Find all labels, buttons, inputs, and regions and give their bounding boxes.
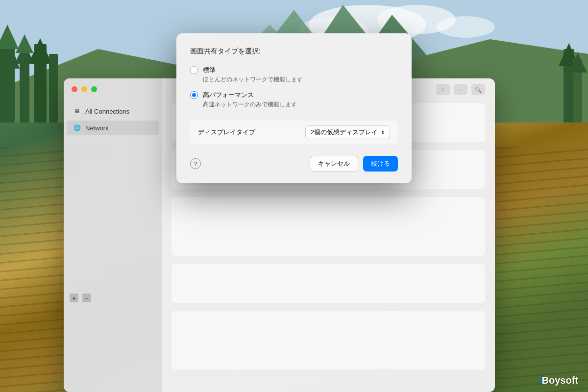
- radio-label-standard: 標準: [203, 66, 303, 74]
- continue-button[interactable]: 続ける: [363, 156, 398, 172]
- radio-label-high-performance-group: 高パフォーマンス 高速ネットワークのみで機能します: [203, 91, 297, 109]
- radio-group: 標準 ほとんどのネットワークで機能します 高パフォーマンス 高速ネットワークのみ…: [190, 66, 398, 109]
- modal-overlay: 画面共有タイプを選択: 標準 ほとんどのネットワークで機能します 高パフォーマン…: [0, 0, 588, 392]
- modal-title: 画面共有タイプを選択:: [190, 47, 398, 56]
- radio-desc-high-performance: 高速ネットワークのみで機能します: [203, 100, 297, 109]
- radio-desc-standard: ほとんどのネットワークで機能します: [203, 75, 303, 84]
- radio-label-standard-group: 標準 ほとんどのネットワークで機能します: [203, 66, 303, 84]
- display-type-label: ディスプレイタイプ: [198, 128, 255, 137]
- radio-btn-standard[interactable]: [190, 66, 198, 74]
- display-type-select[interactable]: 2個の仮想ディスプレイ ⬍: [305, 125, 390, 139]
- select-arrows-icon: ⬍: [381, 130, 385, 135]
- radio-label-high-performance: 高パフォーマンス: [203, 91, 297, 99]
- radio-option-high-performance[interactable]: 高パフォーマンス 高速ネットワークのみで機能します: [190, 91, 398, 109]
- watermark-suffix: Boysoft: [542, 375, 578, 386]
- display-type-row: ディスプレイタイプ 2個の仮想ディスプレイ ⬍: [190, 121, 398, 144]
- radio-option-standard[interactable]: 標準 ほとんどのネットワークで機能します: [190, 66, 398, 84]
- cancel-button[interactable]: キャンセル: [310, 156, 358, 172]
- screen-sharing-dialog: 画面共有タイプを選択: 標準 ほとんどのネットワークで機能します 高パフォーマン…: [176, 33, 412, 183]
- radio-btn-high-performance[interactable]: [190, 91, 198, 99]
- iboysoft-watermark: iBoysoft: [539, 375, 578, 386]
- footer-buttons: キャンセル 続ける: [310, 156, 398, 172]
- display-type-value: 2個の仮想ディスプレイ: [311, 128, 378, 137]
- help-button[interactable]: ?: [190, 158, 201, 169]
- modal-footer: ? キャンセル 続ける: [190, 156, 398, 172]
